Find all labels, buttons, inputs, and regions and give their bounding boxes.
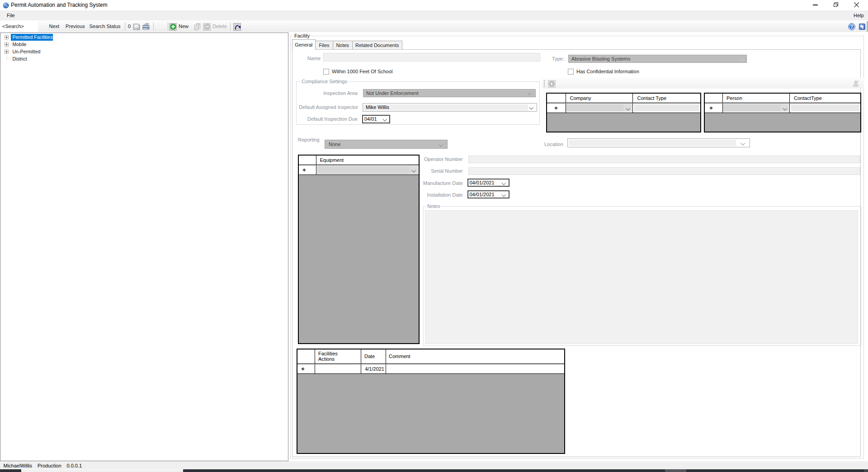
svg-text:?: ? [850, 24, 853, 29]
